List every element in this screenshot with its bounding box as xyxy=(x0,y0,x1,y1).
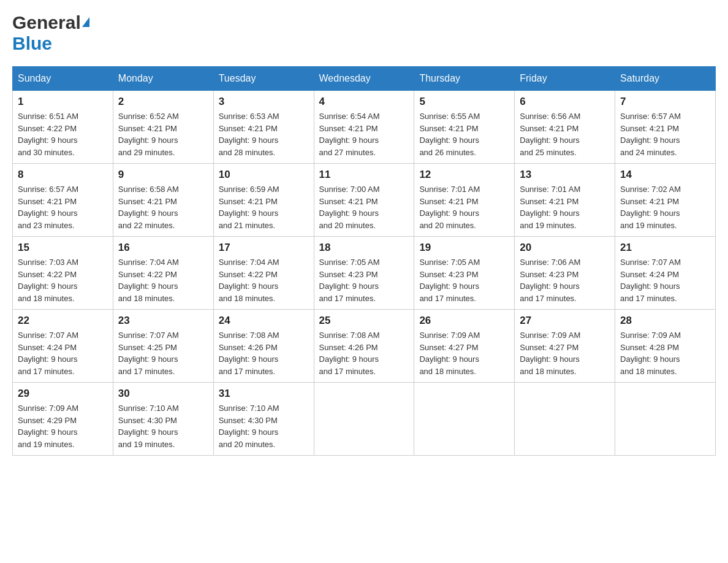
day-number: 11 xyxy=(319,169,409,181)
calendar-cell: 9 Sunrise: 6:58 AM Sunset: 4:21 PM Dayli… xyxy=(113,164,213,237)
day-info: Sunrise: 6:54 AM Sunset: 4:21 PM Dayligh… xyxy=(319,110,409,158)
day-info: Sunrise: 7:10 AM Sunset: 4:30 PM Dayligh… xyxy=(219,402,309,450)
logo-general-text: General xyxy=(12,12,81,33)
calendar-cell: 10 Sunrise: 6:59 AM Sunset: 4:21 PM Dayl… xyxy=(213,164,314,237)
calendar-cell xyxy=(414,383,515,456)
day-number: 4 xyxy=(319,96,409,108)
day-number: 29 xyxy=(18,388,108,400)
calendar-cell: 6 Sunrise: 6:56 AM Sunset: 4:21 PM Dayli… xyxy=(515,91,615,164)
calendar-cell: 26 Sunrise: 7:09 AM Sunset: 4:27 PM Dayl… xyxy=(414,310,515,383)
day-info: Sunrise: 7:04 AM Sunset: 4:22 PM Dayligh… xyxy=(219,256,309,304)
day-info: Sunrise: 6:57 AM Sunset: 4:21 PM Dayligh… xyxy=(620,110,710,158)
calendar-cell: 20 Sunrise: 7:06 AM Sunset: 4:23 PM Dayl… xyxy=(515,237,615,310)
day-header-saturday: Saturday xyxy=(615,67,716,91)
calendar-cell: 2 Sunrise: 6:52 AM Sunset: 4:21 PM Dayli… xyxy=(113,91,213,164)
calendar-cell: 8 Sunrise: 6:57 AM Sunset: 4:21 PM Dayli… xyxy=(13,164,113,237)
day-number: 19 xyxy=(419,242,509,254)
week-row-4: 22 Sunrise: 7:07 AM Sunset: 4:24 PM Dayl… xyxy=(13,310,716,383)
day-number: 31 xyxy=(219,388,309,400)
day-info: Sunrise: 6:58 AM Sunset: 4:21 PM Dayligh… xyxy=(118,183,208,231)
day-number: 27 xyxy=(520,315,610,327)
day-number: 12 xyxy=(419,169,509,181)
day-info: Sunrise: 6:53 AM Sunset: 4:21 PM Dayligh… xyxy=(219,110,309,158)
week-row-2: 8 Sunrise: 6:57 AM Sunset: 4:21 PM Dayli… xyxy=(13,164,716,237)
day-number: 30 xyxy=(118,388,208,400)
week-row-3: 15 Sunrise: 7:03 AM Sunset: 4:22 PM Dayl… xyxy=(13,237,716,310)
calendar-cell: 28 Sunrise: 7:09 AM Sunset: 4:28 PM Dayl… xyxy=(615,310,716,383)
calendar-cell: 23 Sunrise: 7:07 AM Sunset: 4:25 PM Dayl… xyxy=(113,310,213,383)
day-info: Sunrise: 7:10 AM Sunset: 4:30 PM Dayligh… xyxy=(118,402,208,450)
calendar-cell: 21 Sunrise: 7:07 AM Sunset: 4:24 PM Dayl… xyxy=(615,237,716,310)
calendar-cell: 24 Sunrise: 7:08 AM Sunset: 4:26 PM Dayl… xyxy=(213,310,314,383)
calendar-cell: 7 Sunrise: 6:57 AM Sunset: 4:21 PM Dayli… xyxy=(615,91,716,164)
day-header-sunday: Sunday xyxy=(13,67,113,91)
day-number: 8 xyxy=(18,169,108,181)
day-info: Sunrise: 7:04 AM Sunset: 4:22 PM Dayligh… xyxy=(118,256,208,304)
day-header-thursday: Thursday xyxy=(414,67,515,91)
day-info: Sunrise: 7:05 AM Sunset: 4:23 PM Dayligh… xyxy=(419,256,509,304)
logo-triangle-icon xyxy=(82,17,89,27)
week-row-1: 1 Sunrise: 6:51 AM Sunset: 4:22 PM Dayli… xyxy=(13,91,716,164)
day-header-tuesday: Tuesday xyxy=(213,67,314,91)
day-number: 26 xyxy=(419,315,509,327)
day-info: Sunrise: 7:09 AM Sunset: 4:29 PM Dayligh… xyxy=(18,402,108,450)
day-info: Sunrise: 6:52 AM Sunset: 4:21 PM Dayligh… xyxy=(118,110,208,158)
day-number: 7 xyxy=(620,96,710,108)
calendar-cell xyxy=(314,383,414,456)
day-header-monday: Monday xyxy=(113,67,213,91)
day-number: 22 xyxy=(18,315,108,327)
week-row-5: 29 Sunrise: 7:09 AM Sunset: 4:29 PM Dayl… xyxy=(13,383,716,456)
day-number: 1 xyxy=(18,96,108,108)
day-number: 28 xyxy=(620,315,710,327)
day-number: 9 xyxy=(118,169,208,181)
calendar-cell: 27 Sunrise: 7:09 AM Sunset: 4:27 PM Dayl… xyxy=(515,310,615,383)
day-info: Sunrise: 7:06 AM Sunset: 4:23 PM Dayligh… xyxy=(520,256,610,304)
calendar-cell: 19 Sunrise: 7:05 AM Sunset: 4:23 PM Dayl… xyxy=(414,237,515,310)
day-number: 13 xyxy=(520,169,610,181)
calendar-table: SundayMondayTuesdayWednesdayThursdayFrid… xyxy=(12,66,716,456)
day-info: Sunrise: 7:07 AM Sunset: 4:25 PM Dayligh… xyxy=(118,329,208,377)
calendar-cell xyxy=(615,383,716,456)
day-info: Sunrise: 7:03 AM Sunset: 4:22 PM Dayligh… xyxy=(18,256,108,304)
calendar-cell: 15 Sunrise: 7:03 AM Sunset: 4:22 PM Dayl… xyxy=(13,237,113,310)
day-number: 14 xyxy=(620,169,710,181)
logo-blue-text: Blue xyxy=(12,33,52,53)
calendar-cell: 25 Sunrise: 7:08 AM Sunset: 4:26 PM Dayl… xyxy=(314,310,414,383)
day-number: 23 xyxy=(118,315,208,327)
day-header-friday: Friday xyxy=(515,67,615,91)
day-info: Sunrise: 7:08 AM Sunset: 4:26 PM Dayligh… xyxy=(219,329,309,377)
day-number: 15 xyxy=(18,242,108,254)
day-info: Sunrise: 7:09 AM Sunset: 4:28 PM Dayligh… xyxy=(620,329,710,377)
logo: General Blue xyxy=(12,12,91,54)
day-info: Sunrise: 6:59 AM Sunset: 4:21 PM Dayligh… xyxy=(219,183,309,231)
day-number: 24 xyxy=(219,315,309,327)
calendar-cell: 17 Sunrise: 7:04 AM Sunset: 4:22 PM Dayl… xyxy=(213,237,314,310)
day-number: 25 xyxy=(319,315,409,327)
calendar-cell: 14 Sunrise: 7:02 AM Sunset: 4:21 PM Dayl… xyxy=(615,164,716,237)
day-info: Sunrise: 7:09 AM Sunset: 4:27 PM Dayligh… xyxy=(520,329,610,377)
day-info: Sunrise: 7:05 AM Sunset: 4:23 PM Dayligh… xyxy=(319,256,409,304)
calendar-cell: 1 Sunrise: 6:51 AM Sunset: 4:22 PM Dayli… xyxy=(13,91,113,164)
day-number: 18 xyxy=(319,242,409,254)
day-info: Sunrise: 7:02 AM Sunset: 4:21 PM Dayligh… xyxy=(620,183,710,231)
day-number: 16 xyxy=(118,242,208,254)
day-number: 21 xyxy=(620,242,710,254)
day-info: Sunrise: 7:07 AM Sunset: 4:24 PM Dayligh… xyxy=(18,329,108,377)
calendar-cell: 5 Sunrise: 6:55 AM Sunset: 4:21 PM Dayli… xyxy=(414,91,515,164)
day-header-row: SundayMondayTuesdayWednesdayThursdayFrid… xyxy=(13,67,716,91)
day-number: 5 xyxy=(419,96,509,108)
day-number: 20 xyxy=(520,242,610,254)
page-header: General Blue xyxy=(12,12,716,54)
calendar-cell: 12 Sunrise: 7:01 AM Sunset: 4:21 PM Dayl… xyxy=(414,164,515,237)
day-number: 10 xyxy=(219,169,309,181)
calendar-cell: 16 Sunrise: 7:04 AM Sunset: 4:22 PM Dayl… xyxy=(113,237,213,310)
day-info: Sunrise: 6:51 AM Sunset: 4:22 PM Dayligh… xyxy=(18,110,108,158)
day-number: 3 xyxy=(219,96,309,108)
day-number: 6 xyxy=(520,96,610,108)
day-number: 2 xyxy=(118,96,208,108)
day-info: Sunrise: 6:57 AM Sunset: 4:21 PM Dayligh… xyxy=(18,183,108,231)
day-info: Sunrise: 7:01 AM Sunset: 4:21 PM Dayligh… xyxy=(419,183,509,231)
calendar-cell: 11 Sunrise: 7:00 AM Sunset: 4:21 PM Dayl… xyxy=(314,164,414,237)
day-info: Sunrise: 7:01 AM Sunset: 4:21 PM Dayligh… xyxy=(520,183,610,231)
calendar-cell: 4 Sunrise: 6:54 AM Sunset: 4:21 PM Dayli… xyxy=(314,91,414,164)
